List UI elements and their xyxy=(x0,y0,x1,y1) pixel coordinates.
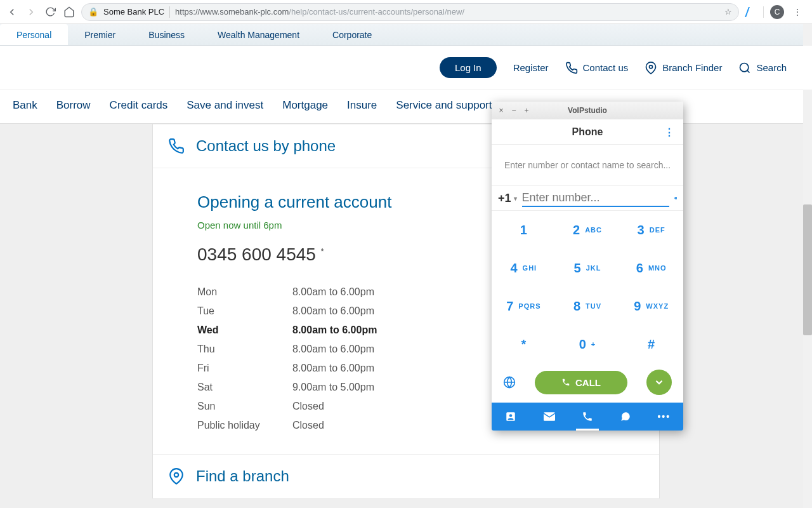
keypad-6[interactable]: 6MNO xyxy=(619,249,683,287)
top-tab-wealth-management[interactable]: Wealth Management xyxy=(201,24,316,45)
pin-icon xyxy=(168,468,185,485)
hours-day: Fri xyxy=(197,363,292,374)
dialer-menu[interactable]: ⋮ xyxy=(664,126,674,138)
dialer-search-field[interactable]: Enter number or contact name to search..… xyxy=(492,145,683,185)
top-tab-premier[interactable]: Premier xyxy=(68,24,132,45)
scrollbar-thumb[interactable] xyxy=(803,204,812,335)
number-input[interactable] xyxy=(522,190,669,207)
mainnav-bank[interactable]: Bank xyxy=(13,99,37,112)
register-link[interactable]: Register xyxy=(513,62,549,73)
keypad-4[interactable]: 4GHI xyxy=(492,249,556,287)
top-tab-corporate[interactable]: Corporate xyxy=(316,24,388,45)
nav-reload[interactable] xyxy=(43,5,57,19)
pin-icon xyxy=(645,62,657,74)
hours-time: 9.00am to 5.00pm xyxy=(292,382,374,393)
browser-menu[interactable]: ⋮ xyxy=(790,5,804,19)
nav-more[interactable]: ••• xyxy=(645,403,683,431)
main-nav: BankBorrowCredit cardsSave and investMor… xyxy=(0,90,812,124)
page-body: Contact us by phone Opening a current ac… xyxy=(0,124,812,508)
mainnav-save-and-invest[interactable]: Save and invest xyxy=(187,99,263,112)
top-tab-business[interactable]: Business xyxy=(132,24,201,45)
dialer-titlebar[interactable]: × − + VoIPstudio xyxy=(492,102,683,119)
extension-icon[interactable] xyxy=(745,7,759,17)
branch-finder-link[interactable]: Branch Finder xyxy=(645,62,722,74)
keypad-5[interactable]: 5JKL xyxy=(556,249,620,287)
nav-forward[interactable] xyxy=(24,5,38,19)
hours-row: Wed8.00am to 6.00pm xyxy=(197,321,388,340)
keypad-7[interactable]: 7PQRS xyxy=(492,287,556,325)
phone-icon xyxy=(561,378,570,387)
dialer-keypad: 12ABC3DEF4GHI5JKL6MNO7PQRS8TUV9WXYZ*0+# xyxy=(492,211,683,363)
hours-row: Thu8.00am to 6.00pm xyxy=(197,340,388,359)
dialer-call-row: CALL xyxy=(492,363,683,403)
nav-chat[interactable] xyxy=(606,403,645,431)
contact-us-link[interactable]: Contact us xyxy=(565,62,629,74)
site-name: Some Bank PLC xyxy=(103,7,164,17)
search-link[interactable]: Search xyxy=(738,62,787,74)
keypad-#[interactable]: # xyxy=(619,325,683,363)
backspace-icon[interactable] xyxy=(674,192,677,204)
keypad-0[interactable]: 0+ xyxy=(556,325,620,363)
svg-line-2 xyxy=(747,70,750,72)
keypad-2[interactable]: 2ABC xyxy=(556,211,620,249)
nav-contacts[interactable] xyxy=(492,403,530,431)
globe-icon[interactable] xyxy=(503,376,516,389)
collapse-fab[interactable] xyxy=(646,370,672,395)
hours-day: Mon xyxy=(197,286,292,298)
address-bar[interactable]: 🔒 Some Bank PLC https://www.somebank-plc… xyxy=(81,3,739,21)
section-find-branch[interactable]: Find a branch xyxy=(153,454,659,498)
window-minimize[interactable]: − xyxy=(509,106,518,115)
phone-icon xyxy=(168,138,185,154)
hours-day: Tue xyxy=(197,305,292,317)
login-button[interactable]: Log In xyxy=(440,57,497,78)
extension-separator xyxy=(763,6,764,18)
keypad-3[interactable]: 3DEF xyxy=(619,211,683,249)
dialer-bottom-nav: ••• xyxy=(492,403,683,431)
hours-time: 8.00am to 6.00pm xyxy=(292,286,374,298)
hours-row: Public holidayClosed xyxy=(197,416,388,435)
nav-messages[interactable] xyxy=(530,403,568,431)
profile-avatar[interactable]: C xyxy=(770,5,784,19)
call-button[interactable]: CALL xyxy=(535,371,627,394)
keypad-8[interactable]: 8TUV xyxy=(556,287,620,325)
keypad-9[interactable]: 9WXYZ xyxy=(619,287,683,325)
hours-row: Mon8.00am to 6.00pm xyxy=(197,283,388,302)
url-text: https://www.somebank-plc.com/help/contac… xyxy=(175,7,464,17)
hours-time: 8.00am to 6.00pm xyxy=(292,305,374,317)
nav-dialer[interactable] xyxy=(568,403,606,431)
hours-day: Sat xyxy=(197,382,292,393)
lock-icon: 🔒 xyxy=(88,7,98,17)
bookmark-star-icon[interactable]: ☆ xyxy=(724,7,732,17)
mainnav-borrow[interactable]: Borrow xyxy=(56,99,91,112)
window-close[interactable]: × xyxy=(497,106,506,115)
mainnav-mortgage[interactable]: Mortgage xyxy=(282,99,328,112)
nav-back[interactable] xyxy=(5,5,19,19)
keypad-*[interactable]: * xyxy=(492,325,556,363)
chevron-down-icon xyxy=(653,377,665,388)
keypad-1[interactable]: 1 xyxy=(492,211,556,249)
opening-hours-table: Mon8.00am to 6.00pmTue8.00am to 6.00pmWe… xyxy=(197,283,388,435)
voip-dialer-window[interactable]: × − + VoIPstudio Phone ⋮ Enter number or… xyxy=(492,102,683,431)
top-tab-personal[interactable]: Personal xyxy=(0,24,68,45)
dialer-number-row: +1▾ xyxy=(492,185,683,211)
window-maximize[interactable]: + xyxy=(522,106,531,115)
mainnav-credit-cards[interactable]: Credit cards xyxy=(110,99,168,112)
dialer-header: Phone ⋮ xyxy=(492,119,683,145)
section-title: Find a branch xyxy=(196,467,289,485)
hours-day: Sun xyxy=(197,401,292,412)
hours-time: Closed xyxy=(292,401,324,412)
country-code-picker[interactable]: +1▾ xyxy=(498,192,517,205)
separator xyxy=(169,6,170,18)
hours-row: Tue8.00am to 6.00pm xyxy=(197,302,388,321)
hours-time: 8.00am to 6.00pm xyxy=(292,363,374,374)
hours-day: Public holiday xyxy=(197,420,292,431)
hours-time: 8.00am to 6.00pm xyxy=(292,324,377,336)
mainnav-insure[interactable]: Insure xyxy=(347,99,377,112)
mainnav-service-and-support[interactable]: Service and support xyxy=(396,99,492,112)
section-title: Contact us by phone xyxy=(196,137,336,155)
svg-point-0 xyxy=(650,65,653,68)
eyebrow-row: More ways to get in touch Log In Registe… xyxy=(0,46,812,90)
hours-day: Wed xyxy=(197,324,292,336)
hours-time: 8.00am to 6.00pm xyxy=(292,344,374,355)
nav-home[interactable] xyxy=(62,5,76,19)
